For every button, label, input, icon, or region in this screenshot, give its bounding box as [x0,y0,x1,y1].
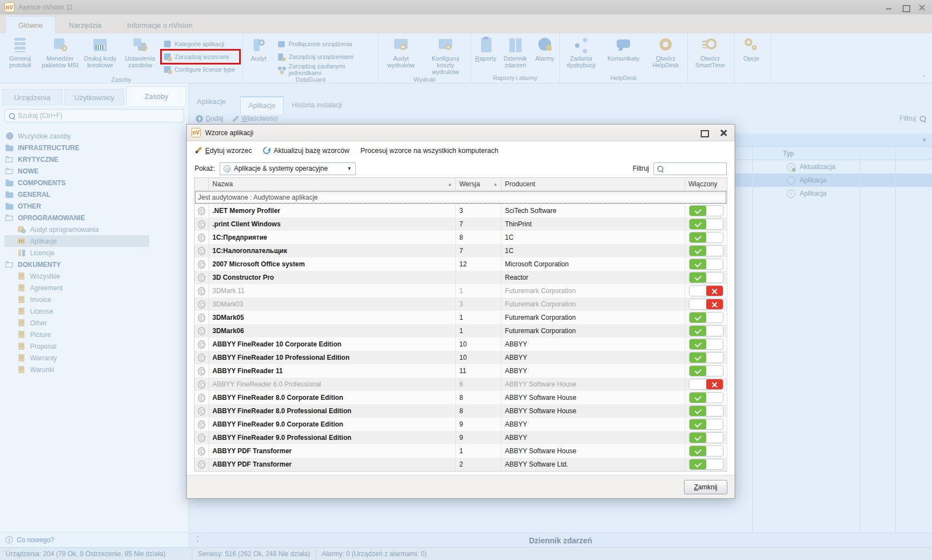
ribbon-small-button[interactable]: Zarządzaj urządzeniami [276,51,375,62]
ribbon-tab[interactable]: Informacje o nVision [115,17,205,33]
minimize-icon[interactable] [885,4,892,11]
ribbon-collapse-icon[interactable]: ⌃ [922,75,926,81]
show-dropdown[interactable]: Aplikacje & systemy operacyjne ▼ [220,162,356,175]
template-row[interactable]: 3D Constructor Pro Reactor [195,271,727,284]
tree-item[interactable]: KRYTYCZNE [4,153,189,165]
ribbon-button[interactable]: Raporty [471,35,500,68]
tree-item[interactable]: Wszystkie [4,270,189,282]
ribbon-button[interactable]: Audyt wydruków [379,35,423,75]
template-row[interactable]: ABBYY FineReader 10 Corporate Edition 10… [195,338,727,351]
template-row[interactable]: 1С:Налогоплательщик 7 1C [195,244,727,257]
ribbon-button[interactable]: Komunikaty [602,35,645,68]
template-row[interactable]: 3DMark 11 1 Futuremark Corporation [195,284,727,298]
ribbon-small-button[interactable]: Zarządzaj zaufanymi jednostkami [276,64,375,75]
tree-item[interactable]: GENERAL [4,189,189,200]
ribbon-small-button[interactable]: Podłączone urządzenia [276,38,375,49]
ribbon-button[interactable]: Alarmy [530,35,559,68]
add-button[interactable]: Dodaj [196,115,223,122]
ribbon-button[interactable]: Otwórz HelpDesk [645,35,687,68]
template-row[interactable]: ABBYY PDF Transformer 1 ABBYY Software H… [195,444,727,458]
ribbon-small-button[interactable]: Zarządzaj wzorcami [162,51,239,62]
whats-new-link[interactable]: i Co nowego? [0,532,189,547]
process-templates-button[interactable]: Procesuj wzorce na wszystkich komputerac… [360,147,498,155]
version-column-header[interactable]: Wersja▲ [456,178,502,190]
close-dialog-button[interactable]: Zamknij [684,480,727,494]
close-icon[interactable] [919,4,925,11]
template-row[interactable]: ABBYY PDF Transformer 2 ABBYY Software L… [195,458,727,471]
template-row[interactable]: .print Client Windows 7 ThinPrint [195,217,727,231]
band-close-icon[interactable]: × [922,136,926,144]
dialog-close-icon[interactable] [720,129,727,136]
enabled-toggle[interactable] [689,312,723,323]
template-row[interactable]: ABBYY FineReader 6.0 Professional 6 ABBY… [195,378,727,391]
template-row[interactable]: 3DMark03 3 Futuremark Corporation [195,298,727,311]
tree-item[interactable]: Proposal [4,340,189,352]
ribbon-button[interactable]: Dziennik zdarzeń [500,35,530,68]
tree-item[interactable]: Wszystkie zasoby [4,130,189,142]
search-input[interactable]: Szukaj (Ctrl+F) [4,109,184,122]
template-row[interactable]: ABBYY FineReader 9.0 Professional Editio… [195,431,727,444]
ribbon-button[interactable]: Zadania dystrybucji [560,35,602,68]
enabled-toggle[interactable] [689,245,723,256]
template-row[interactable]: ABBYY FineReader 10 Professional Edition… [195,351,727,364]
template-row[interactable]: ABBYY FineReader 8.0 Corporate Edition 8… [195,391,727,404]
tree-item[interactable]: License [4,305,189,317]
tree-item[interactable]: COMPONENTS [4,177,189,189]
sidebar-tab[interactable]: Zasoby [126,86,186,106]
enabled-toggle[interactable] [689,205,723,216]
ribbon-button[interactable]: Menedżer pakietów MSI [40,35,80,68]
edit-template-button[interactable]: Edytuj wzorzec [195,147,252,155]
ribbon-tab[interactable]: Główne [6,16,56,33]
icon-column-header[interactable] [195,178,209,190]
ribbon-button[interactable]: Drukuj kody kreskowe [80,35,120,68]
template-row[interactable]: ABBYY FineReader 11 11 ABBYY [195,364,727,378]
tree-item[interactable]: NOWE [4,165,189,177]
enabled-toggle[interactable] [689,325,723,336]
tree-item[interactable]: Invoice [4,294,189,305]
enabled-toggle[interactable] [689,392,723,403]
enabled-toggle[interactable] [689,365,723,376]
template-row[interactable]: 3DMark05 1 Futuremark Corporation [195,311,727,324]
ribbon-button[interactable]: Ustawienia zasobów [120,35,160,68]
enabled-toggle[interactable] [689,272,723,283]
tree-item[interactable]: Picture [4,329,189,340]
update-template-db-button[interactable]: Aktualizuj bazę wzorców [263,147,349,155]
tree-item[interactable]: INFRASTRUCTURE [4,142,189,153]
enabled-toggle[interactable] [689,419,723,430]
filter-control[interactable]: Filtruj [900,115,925,122]
enabled-toggle[interactable] [689,285,723,296]
tree-item[interactable]: DOKUMENTY [4,259,189,270]
dialog-filter-input[interactable] [653,162,727,175]
enabled-toggle[interactable] [689,339,723,350]
enabled-toggle[interactable] [689,445,723,457]
enabled-column-header[interactable]: Włączony [685,178,727,190]
enabled-toggle[interactable] [689,352,723,363]
producer-column-header[interactable]: Producent [502,178,685,190]
enabled-toggle[interactable] [689,259,723,270]
enabled-toggle[interactable] [689,459,723,470]
tree-item[interactable]: Aplikacje [4,235,149,247]
ribbon-small-button[interactable]: Configure license type [162,64,239,75]
tree-item[interactable]: OPROGRAMOWANIE [4,212,189,224]
enabled-toggle[interactable] [689,232,723,243]
name-column-header[interactable]: Nazwa▲ [209,178,456,190]
ribbon-button[interactable]: Otwórz SmartTime [688,35,732,68]
ribbon-button[interactable]: Audyt [243,35,274,62]
ribbon-small-button[interactable]: Kategorie aplikacji [162,38,239,49]
enabled-toggle[interactable] [689,219,723,230]
tree-item[interactable]: Other [4,317,189,329]
template-row[interactable]: 2007 Microsoft Office system 12 Microsof… [195,257,727,271]
tree-item[interactable]: Warranty [4,352,189,364]
template-row[interactable]: 3DMark06 1 Futuremark Corporation [195,324,727,338]
ribbon-button[interactable]: Konfiguruj koszty wydruków [423,35,468,75]
enabled-toggle[interactable] [689,405,723,417]
tree-item[interactable]: Audyt oprogramowania [4,224,189,235]
ribbon-button[interactable]: Opcje [735,35,768,62]
sidebar-tab[interactable]: Urządzenia [2,89,62,106]
template-row[interactable]: ABBYY FineReader 8.0 Professional Editio… [195,404,727,418]
enabled-toggle[interactable] [689,299,723,310]
dialog-maximize-icon[interactable] [700,129,707,136]
ribbon-tab[interactable]: Narzędzia [57,17,114,33]
enabled-toggle[interactable] [689,432,723,443]
audited-group-row[interactable]: Jest audytowane : Audytowane aplikacje [195,191,727,204]
